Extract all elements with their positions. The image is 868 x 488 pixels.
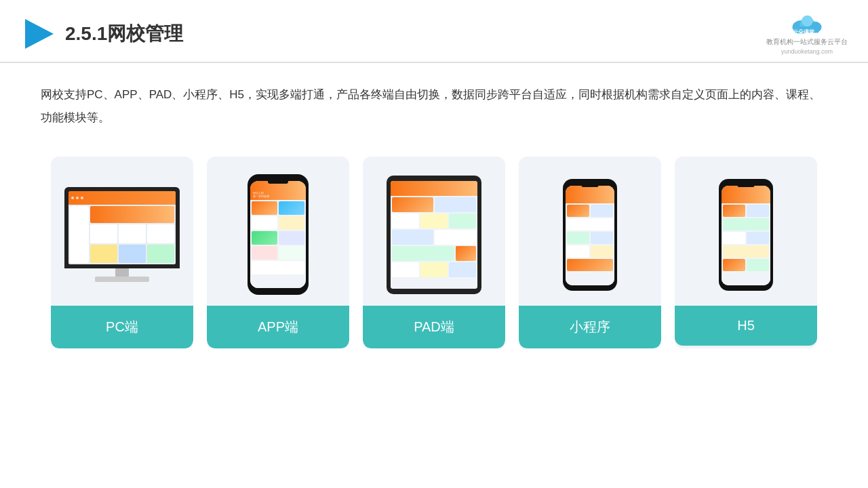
pc-monitor <box>64 187 180 282</box>
card-app: 职达人的第一堂判提课 <box>207 157 349 348</box>
logo-url: yunduoketang.com <box>781 48 833 55</box>
phone-mockup-app: 职达人的第一堂判提课 <box>248 174 309 295</box>
card-app-image: 职达人的第一堂判提课 <box>207 157 349 306</box>
card-pc: PC端 <box>51 157 193 348</box>
card-app-label: APP端 <box>207 306 349 348</box>
card-h5: H5 <box>675 157 817 348</box>
play-icon <box>20 17 54 51</box>
card-miniapp: 小程序 <box>519 157 661 348</box>
card-miniapp-label: 小程序 <box>519 306 661 348</box>
cards-container: PC端 职达人的第一堂判提课 <box>0 143 868 369</box>
description-paragraph: 网校支持PC、APP、PAD、小程序、H5，实现多端打通，产品各终端自由切换，数… <box>41 83 827 129</box>
card-h5-label: H5 <box>675 306 817 346</box>
card-miniapp-image <box>519 157 661 306</box>
card-pad-image <box>363 157 505 306</box>
phone-mini-miniapp <box>563 179 617 291</box>
logo: 云朵课堂 教育机构一站式服务云平台 yunduoketang.com <box>766 12 848 55</box>
description-text: 网校支持PC、APP、PAD、小程序、H5，实现多端打通，产品各终端自由切换，数… <box>0 63 868 136</box>
header-left: 2.5.1网校管理 <box>20 17 183 51</box>
svg-point-4 <box>802 16 813 26</box>
tablet-mockup <box>387 176 481 294</box>
logo-tagline: 教育机构一站式服务云平台 <box>766 37 848 47</box>
card-pc-label: PC端 <box>51 306 193 348</box>
card-pad: PAD端 <box>363 157 505 348</box>
svg-text:云朵课堂: 云朵课堂 <box>793 29 815 35</box>
logo-icon: 云朵课堂 <box>789 12 826 36</box>
page-title: 2.5.1网校管理 <box>65 21 183 47</box>
card-pc-image <box>51 157 193 306</box>
card-h5-image <box>675 157 817 306</box>
phone-mini-h5 <box>719 179 773 291</box>
header: 2.5.1网校管理 云朵课堂 教育机构一站式服务云平台 yunduoketang… <box>0 0 868 63</box>
card-pad-label: PAD端 <box>363 306 505 348</box>
